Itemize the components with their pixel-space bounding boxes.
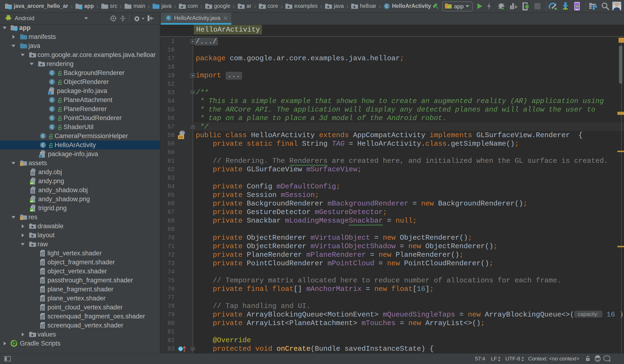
svg-text:C: C	[42, 143, 44, 147]
svg-text:C: C	[51, 98, 53, 102]
svg-text:C: C	[385, 4, 388, 8]
svg-text:C: C	[51, 116, 53, 120]
svg-text:<>: <>	[179, 135, 183, 139]
svg-text:C: C	[42, 134, 44, 138]
svg-text:C: C	[167, 16, 170, 20]
svg-text:C: C	[51, 125, 53, 129]
svg-text:C: C	[51, 80, 53, 84]
svg-text:C: C	[51, 107, 53, 111]
svg-text:J: J	[40, 155, 42, 158]
svg-text:J: J	[49, 92, 51, 95]
svg-text:C: C	[51, 71, 53, 75]
